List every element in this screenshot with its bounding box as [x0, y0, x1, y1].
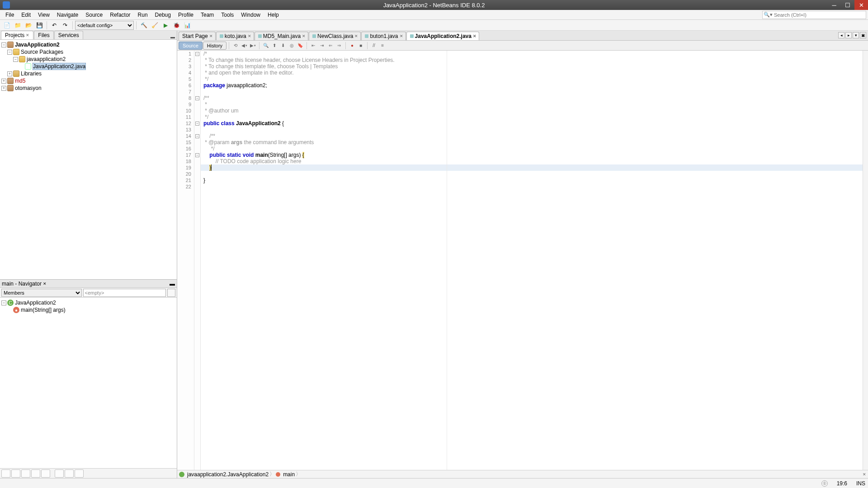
macro-stop-button[interactable]: ■	[357, 42, 365, 50]
tab-services[interactable]: Services	[54, 31, 83, 39]
minimize-button[interactable]: ─	[827, 0, 841, 10]
menu-view[interactable]: View	[34, 11, 53, 19]
navigator-filter-input[interactable]	[83, 289, 166, 297]
quick-search[interactable]: 🔍▾	[762, 11, 866, 19]
navigator-class[interactable]: JavaApplication2	[15, 300, 56, 306]
filter-icon[interactable]	[1, 469, 10, 478]
close-icon[interactable]: ✕	[302, 34, 306, 38]
filter-icon[interactable]	[31, 469, 40, 478]
expand-icon[interactable]: +	[7, 71, 12, 76]
last-edit-button[interactable]: ⟲	[231, 42, 240, 50]
close-icon[interactable]: ✕	[473, 34, 476, 38]
close-icon[interactable]: ✕	[248, 34, 251, 38]
panel-minimize-icon[interactable]: ▬	[170, 281, 175, 287]
menu-source[interactable]: Source	[82, 11, 106, 19]
tab-koto[interactable]: koto.java✕	[216, 32, 254, 40]
prev-bookmark-button[interactable]: ⇤	[309, 42, 317, 50]
package-node[interactable]: javaapplication2	[27, 56, 66, 62]
menu-edit[interactable]: Edit	[18, 11, 34, 19]
toggle-highlight-button[interactable]: ◎	[288, 42, 296, 50]
macro-record-button[interactable]: ●	[348, 42, 356, 50]
code-area[interactable]: /* * To change this license header, choo…	[201, 51, 863, 470]
build-button[interactable]: 🔨	[139, 20, 149, 30]
menu-navigate[interactable]: Navigate	[53, 11, 82, 19]
collapse-icon[interactable]: −	[1, 300, 6, 305]
menu-run[interactable]: Run	[134, 11, 151, 19]
tab-files[interactable]: Files	[34, 31, 53, 39]
find-next-button[interactable]: ⬇	[279, 42, 287, 50]
panel-minimize-icon[interactable]: ▬	[170, 34, 177, 39]
close-icon[interactable]: ✕	[400, 34, 403, 38]
save-all-button[interactable]: 💾	[34, 20, 44, 30]
notifications-icon[interactable]: ①	[821, 480, 828, 487]
close-button[interactable]: ✕	[854, 0, 868, 10]
toggle-bookmark-button[interactable]: 🔖	[296, 42, 304, 50]
menu-refactor[interactable]: Refactor	[106, 11, 134, 19]
maximize-button[interactable]: ☐	[841, 0, 854, 10]
tab-newclass[interactable]: NewClass.java✕	[309, 32, 361, 40]
filter-icon[interactable]	[41, 469, 50, 478]
uncomment-button[interactable]: ≡	[378, 42, 387, 50]
java-class-node[interactable]: JavaApplication2.java	[33, 63, 86, 70]
menu-tools[interactable]: Tools	[217, 11, 237, 19]
filter-icon[interactable]	[55, 469, 64, 478]
menu-debug[interactable]: Debug	[151, 11, 175, 19]
menu-team[interactable]: Team	[197, 11, 217, 19]
breadcrumb-class[interactable]: javaapplication2.JavaApplication2	[187, 471, 269, 478]
navigator-tree[interactable]: −CJavaApplication2 ●main(String[] args)	[0, 298, 177, 468]
tab-md5main[interactable]: MD5_Main.java✕	[255, 32, 308, 40]
filter-icon[interactable]	[65, 469, 74, 478]
debug-button[interactable]: 🐞	[171, 20, 181, 30]
history-tab[interactable]: History	[203, 42, 226, 50]
close-icon[interactable]: ✕	[209, 34, 213, 38]
close-icon[interactable]: ✕	[354, 34, 358, 38]
navigator-method[interactable]: main(String[] args)	[21, 307, 66, 313]
collapse-icon[interactable]: −	[1, 42, 6, 47]
tab-right-button[interactable]: ▸	[845, 32, 852, 38]
libraries-node[interactable]: Libraries	[21, 70, 42, 77]
redo-button[interactable]: ↷	[60, 20, 70, 30]
navigator-view-select[interactable]: Members	[1, 289, 82, 297]
menu-window[interactable]: Window	[237, 11, 264, 19]
maximize-editor-button[interactable]: ▣	[860, 32, 866, 38]
filter-icon[interactable]	[75, 469, 84, 478]
filter-icon[interactable]	[11, 469, 20, 478]
fold-gutter[interactable]: − − − − −	[194, 51, 201, 470]
find-selection-button[interactable]: 🔍	[262, 42, 270, 50]
open-project-button[interactable]: 📂	[24, 20, 33, 30]
fold-icon[interactable]: −	[195, 153, 199, 157]
projects-tree[interactable]: −JavaApplication2 −Source Packages −java…	[0, 40, 177, 279]
new-file-button[interactable]: 📄	[2, 20, 12, 30]
profile-button[interactable]: 📊	[182, 20, 192, 30]
new-project-button[interactable]: 📁	[13, 20, 23, 30]
clean-build-button[interactable]: 🧹	[150, 20, 160, 30]
shift-left-button[interactable]: ⇐	[326, 42, 335, 50]
collapse-icon[interactable]: −	[7, 50, 12, 55]
navigator-filter-button[interactable]	[167, 289, 175, 297]
project-node[interactable]: JavaApplication2	[15, 42, 60, 48]
close-icon[interactable]: ✕	[43, 282, 47, 286]
tab-start-page[interactable]: Start Page✕	[179, 32, 216, 40]
error-stripe[interactable]	[863, 51, 868, 470]
collapse-icon[interactable]: −	[13, 57, 18, 62]
project-node[interactable]: otomasyon	[15, 85, 42, 91]
back-button[interactable]: ◀	[240, 42, 248, 50]
forward-button[interactable]: ▶	[249, 42, 257, 50]
tab-buton1[interactable]: buton1.java✕	[361, 32, 406, 40]
source-packages-node[interactable]: Source Packages	[21, 49, 63, 55]
comment-button[interactable]: //	[370, 42, 378, 50]
fold-icon[interactable]: −	[195, 52, 199, 56]
next-bookmark-button[interactable]: ⇥	[318, 42, 326, 50]
line-number-gutter[interactable]: 12345678910111213141516171819202122	[177, 51, 194, 470]
search-input[interactable]	[774, 12, 864, 18]
code-editor[interactable]: 12345678910111213141516171819202122 − − …	[177, 51, 868, 470]
tab-list-button[interactable]: ▾	[853, 32, 859, 38]
fold-icon[interactable]: −	[195, 134, 199, 138]
close-icon[interactable]: ✕	[26, 33, 29, 38]
project-node[interactable]: md5	[15, 78, 25, 84]
run-config-select[interactable]: <default config>	[75, 21, 134, 30]
filter-icon[interactable]	[21, 469, 30, 478]
tab-javaapplication2[interactable]: JavaApplication2.java✕	[406, 32, 479, 40]
expand-icon[interactable]: +	[1, 79, 6, 84]
source-tab[interactable]: Source	[179, 42, 203, 50]
